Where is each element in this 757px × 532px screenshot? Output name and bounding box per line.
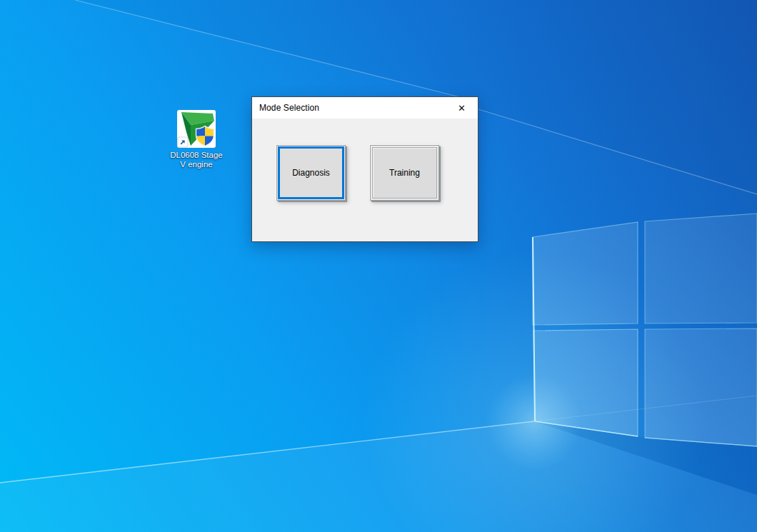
close-button[interactable]: ✕	[446, 97, 478, 119]
mode-selection-dialog: Mode Selection ✕ Diagnosis Training	[251, 96, 478, 242]
shortcut-arrow-icon	[178, 137, 188, 147]
desktop-icon-label-line2: V engine	[170, 160, 223, 169]
app-icon	[177, 110, 216, 148]
training-button-label: Training	[389, 168, 420, 178]
dialog-body: Diagnosis Training	[252, 119, 478, 241]
logo-glow	[363, 251, 706, 532]
close-icon: ✕	[458, 104, 466, 113]
dialog-titlebar[interactable]: Mode Selection ✕	[252, 97, 478, 119]
wallpaper-image	[0, 0, 757, 532]
dialog-title: Mode Selection	[252, 103, 319, 113]
desktop-icon-label: DL0608 Stage V engine	[170, 151, 223, 169]
diagnosis-button[interactable]: Diagnosis	[276, 145, 346, 201]
diagnosis-button-face: Diagnosis	[278, 146, 344, 199]
diagnosis-button-label: Diagnosis	[292, 168, 330, 178]
desktop-icon-dl0608[interactable]: DL0608 Stage V engine	[162, 110, 231, 169]
desktop: DL0608 Stage V engine Mode Selection ✕ D…	[0, 0, 757, 532]
desktop-icon-label-line1: DL0608 Stage	[170, 151, 223, 160]
training-button[interactable]: Training	[370, 145, 439, 201]
training-button-face: Training	[372, 147, 437, 199]
